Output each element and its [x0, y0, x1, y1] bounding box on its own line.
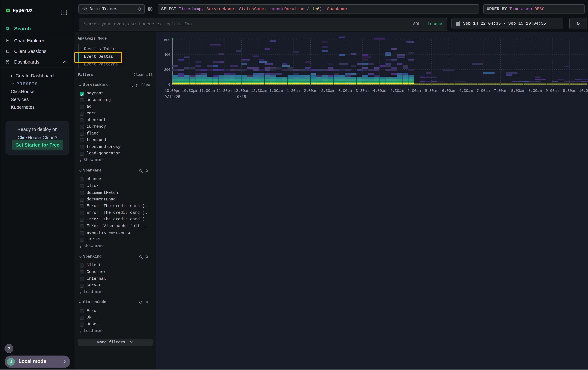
- svg-text:6:00am: 6:00am: [442, 89, 455, 93]
- svg-text:9:30am: 9:30am: [563, 89, 577, 93]
- svg-text:9:00am: 9:00am: [546, 89, 559, 93]
- svg-text:1:00am: 1:00am: [269, 89, 283, 93]
- svg-text:10:00am: 10:00am: [579, 89, 588, 93]
- svg-text:5:30am: 5:30am: [425, 89, 438, 93]
- svg-text:12:30am: 12:30am: [251, 89, 266, 93]
- svg-text:8:30am: 8:30am: [528, 89, 542, 93]
- svg-text:4:00am: 4:00am: [373, 89, 386, 93]
- svg-text:9/14/25: 9/14/25: [165, 95, 180, 99]
- svg-text:2:30am: 2:30am: [321, 89, 335, 93]
- svg-text:8:00am: 8:00am: [511, 89, 525, 93]
- svg-text:12:00am: 12:00am: [234, 89, 249, 93]
- svg-text:600: 600: [164, 38, 170, 42]
- svg-text:400: 400: [164, 53, 170, 57]
- svg-text:9/15: 9/15: [237, 95, 246, 99]
- svg-text:1:30am: 1:30am: [287, 89, 300, 93]
- svg-text:7:30am: 7:30am: [494, 89, 507, 93]
- svg-text:0: 0: [168, 83, 170, 87]
- svg-text:5:00am: 5:00am: [408, 89, 421, 93]
- svg-text:2:00am: 2:00am: [304, 89, 317, 93]
- svg-text:11:30pm: 11:30pm: [216, 89, 232, 93]
- svg-text:200: 200: [164, 68, 170, 72]
- svg-text:11:00pm: 11:00pm: [199, 89, 215, 93]
- svg-text:3:00am: 3:00am: [338, 89, 352, 93]
- svg-text:4:30am: 4:30am: [390, 89, 404, 93]
- svg-text:10:30pm: 10:30pm: [182, 89, 197, 93]
- svg-text:3:30am: 3:30am: [356, 89, 369, 93]
- svg-text:6:30am: 6:30am: [459, 89, 473, 93]
- svg-text:7:00am: 7:00am: [477, 89, 490, 93]
- svg-text:10:00pm: 10:00pm: [165, 89, 180, 93]
